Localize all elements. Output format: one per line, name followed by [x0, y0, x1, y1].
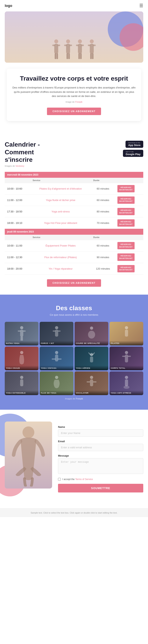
svg-point-34	[90, 326, 93, 330]
svg-point-0	[54, 40, 58, 43]
calendar-title: Calendrier - Comment s'inscrire	[5, 141, 40, 163]
name-label: Name	[58, 426, 143, 428]
classes-title: Des classes	[5, 304, 143, 312]
class-card-label: YOGA AÉRIEN	[75, 366, 108, 370]
calendar-cta: CHOISISSEZ UN ABONNEMENT	[5, 279, 143, 287]
class-card-hatha[interactable]: HATHA YOGA	[5, 322, 39, 346]
svg-rect-9	[69, 44, 72, 46]
yoga-icon	[16, 376, 28, 391]
hero-title: Travaillez votre corps et votre esprit	[12, 74, 136, 82]
site-header: logo ☰	[0, 0, 148, 12]
svg-point-59	[23, 426, 34, 438]
form-group-message: Message	[58, 454, 143, 475]
hero-card: Travaillez votre corps et votre esprit D…	[7, 68, 141, 121]
svg-rect-2	[52, 44, 55, 46]
class-card-specialite[interactable]: COURE DE SPÉCIALITÉ	[75, 322, 108, 346]
email-input[interactable]	[58, 444, 143, 451]
svg-rect-10	[67, 53, 68, 59]
yoga-icon	[16, 350, 28, 366]
hero-credit-link[interactable]: Freepik	[75, 101, 82, 103]
svg-rect-48	[128, 356, 131, 357]
hero-image-credit: Image de Freepik	[12, 100, 136, 104]
reserve-button[interactable]: RÉSERVEZMAINTENANT	[117, 242, 135, 249]
terms-row: I accept the Terms of Service	[58, 478, 143, 481]
class-card-yoga-aerien[interactable]: YOGA AÉRIEN	[75, 347, 108, 370]
svg-point-36	[125, 326, 128, 329]
calendar-title-block: Calendrier - Comment s'inscrire Images d…	[5, 141, 40, 167]
class-card-force[interactable]: FORCE + HIT	[40, 322, 73, 346]
reserve-button[interactable]: RÉSERVEZMAINTENANT	[117, 219, 135, 226]
class-card-vocalayer[interactable]: VOCALAYER	[75, 372, 108, 395]
svg-point-39	[55, 351, 58, 354]
calendar-credit: Images de Vecteezy	[5, 165, 40, 167]
figure-1	[51, 39, 61, 61]
class-card-yoga-vinyasa[interactable]: YOGA VINYASA	[40, 347, 73, 370]
svg-point-51	[55, 376, 58, 379]
contact-section: Name Email Message I accept the Terms of…	[0, 410, 148, 508]
class-card-yoga-anti-stress[interactable]: YOGA ANTI-STRESS	[109, 372, 143, 395]
menu-icon[interactable]: ☰	[139, 3, 143, 8]
google-play-badge[interactable]: GET IT ON Google Play	[123, 150, 143, 157]
class-card-label: YOGA ANTI-STRESS	[109, 390, 143, 395]
calendar-cta-button[interactable]: CHOISISSEZ UN ABONNEMENT	[47, 279, 101, 287]
reserve-button[interactable]: RÉSERVEZMAINTENANT	[117, 265, 135, 272]
svg-rect-32	[53, 330, 55, 332]
svg-rect-3	[57, 44, 60, 46]
email-label: Email	[58, 440, 143, 443]
svg-point-49	[20, 376, 23, 379]
footer: Sample text. Click to select the text bo…	[0, 508, 148, 517]
table-row: 18:00 - 19:10 Yoga Hot Flow pour débutan…	[5, 217, 143, 229]
terms-label: I accept the Terms of Service	[62, 478, 93, 481]
day1-label: mercredi 08 novembre 2023	[5, 172, 143, 178]
table-header-row-2: Service Durée	[5, 235, 143, 240]
svg-rect-16	[78, 53, 80, 59]
class-card-corps-total[interactable]: CORPS TOTAL	[109, 347, 143, 370]
class-card-yoga-chaud[interactable]: YOGA CHAUD	[5, 347, 39, 370]
submit-button[interactable]: SOUMETTRE	[58, 484, 143, 492]
store-badges: Download on the App Store GET IT ON Goog…	[123, 141, 143, 157]
svg-rect-50	[20, 379, 23, 386]
svg-rect-23	[92, 53, 94, 59]
terms-checkbox[interactable]	[58, 478, 61, 481]
svg-rect-33	[58, 330, 61, 332]
yoga-icon	[16, 326, 28, 342]
hero-cta-button[interactable]: CHOISISSEZ UN ABONNEMENT	[47, 108, 101, 115]
svg-rect-17	[80, 53, 82, 59]
yoga-icon	[51, 326, 63, 342]
form-group-name: Name	[58, 426, 143, 437]
day2-header-row: jeudi 09 novembre 2023	[5, 229, 143, 235]
class-card-pilates[interactable]: PILATES	[109, 322, 143, 346]
svg-rect-53	[90, 379, 93, 386]
reserve-button[interactable]: RÉSERVEZMAINTENANT	[117, 196, 135, 204]
yoga-icon	[120, 326, 132, 342]
svg-rect-22	[90, 53, 92, 59]
reserve-button[interactable]: RÉSERVEZMAINTENANT	[117, 208, 135, 215]
google-play-main-text: Google Play	[126, 153, 140, 156]
table-row: 10:00 - 10:60 Pilates Eq d'alignement et…	[5, 183, 143, 194]
hero-image	[5, 12, 143, 63]
name-input[interactable]	[58, 430, 143, 437]
yoga-scene	[5, 12, 143, 63]
classes-grid: HATHA YOGA FORCE + HIT COURE DE SPÉC	[5, 322, 143, 395]
svg-point-18	[90, 40, 94, 43]
svg-point-56	[125, 376, 128, 379]
app-store-badge[interactable]: Download on the App Store	[125, 141, 143, 148]
class-card-flux-yoga[interactable]: FLUX DE YOGA	[40, 372, 73, 395]
figure-2	[63, 39, 73, 61]
calendar-credit-link[interactable]: Vecteezy	[15, 165, 24, 167]
message-textarea[interactable]	[58, 458, 143, 474]
yoga-icon	[120, 350, 132, 366]
svg-point-6	[66, 40, 70, 43]
reserve-button[interactable]: RÉSERVEZMAINTENANT	[117, 254, 135, 261]
class-card-label: VOCALAYER	[75, 390, 108, 395]
svg-point-38	[20, 351, 23, 354]
class-card-label: PILATES	[109, 341, 143, 346]
class-card-yoga-extensible[interactable]: YOGA EXTENSIBLE	[5, 372, 39, 395]
svg-rect-55	[93, 381, 96, 382]
app-store-top-text: Download on the	[128, 142, 140, 144]
figure-3	[75, 39, 85, 61]
hero-description: Des milliers d'entreprises à travers l'E…	[12, 86, 136, 98]
reserve-button[interactable]: RÉSERVEZMAINTENANT	[117, 185, 135, 192]
classes-credit-link[interactable]: Freepik	[76, 398, 83, 400]
terms-link[interactable]: Terms of Service	[75, 478, 93, 481]
